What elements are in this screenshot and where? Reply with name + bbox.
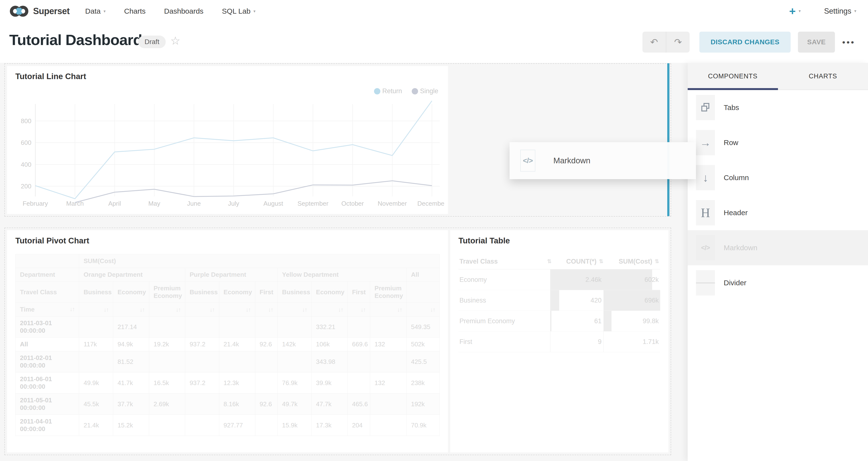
dashboard-row-1[interactable]: Tutorial Line Chart ReturnSingle 2004006… <box>4 63 671 217</box>
pivot-value-cell <box>370 394 407 415</box>
pivot-subcol-header: First <box>347 282 370 303</box>
pivot-value-cell: 15.2k <box>113 415 149 436</box>
builder-panel-tabs: COMPONENTS CHARTS <box>688 63 868 90</box>
favorite-star-icon[interactable]: ☆ <box>170 34 180 47</box>
svg-text:June: June <box>187 200 201 207</box>
pivot-value-cell: 19.2k <box>149 338 185 351</box>
sort-icon[interactable]: ⇅ <box>655 258 659 265</box>
sort-icon[interactable]: ↓↑ <box>104 306 108 313</box>
settings-label: Settings <box>824 7 851 16</box>
pivot-value-cell: 47.7k <box>311 394 347 415</box>
table-cell-sum: 1.71k <box>603 332 660 352</box>
pivot-subcol-header: Business <box>185 282 219 303</box>
sort-icon[interactable]: ⇅ <box>547 258 551 265</box>
legend-item-return[interactable]: Return <box>374 87 402 95</box>
pivot-sort-row: Time↓↑↓↑↓↑↓↑↓↑↓↑↓↑↓↑↓↑↓↑↓↑↓↑ <box>16 303 440 316</box>
pivot-group-header: Yellow Department <box>278 268 407 282</box>
nav-item-dashboards[interactable]: Dashboards <box>164 7 204 16</box>
sort-icon[interactable]: ↓↑ <box>210 306 215 313</box>
pivot-value-cell: 238k <box>406 372 439 394</box>
sort-icon[interactable]: ↓↑ <box>361 306 366 313</box>
pivot-value-cell <box>185 351 219 372</box>
top-navbar: Superset Data▾ChartsDashboardsSQL Lab▾ +… <box>0 0 868 22</box>
undo-button[interactable]: ↶ <box>643 32 666 53</box>
pivot-value-cell: 204 <box>347 415 370 436</box>
pivot-subcol-header: First <box>255 282 277 303</box>
sort-icon[interactable]: ↓↑ <box>268 306 273 313</box>
svg-text:200: 200 <box>21 183 31 190</box>
status-badge: Draft <box>138 35 166 48</box>
pivot-value-cell: 49.7k <box>278 394 311 415</box>
legend-item-single[interactable]: Single <box>412 87 438 95</box>
new-item-button[interactable]: + ▾ <box>789 7 801 16</box>
pivot-sort-cell: ↓↑ <box>185 303 219 316</box>
component-item-row[interactable]: →Row <box>688 125 868 160</box>
nav-item-label: SQL Lab <box>222 7 250 16</box>
drag-preview-markdown[interactable]: </> Markdown <box>509 142 696 179</box>
settings-menu[interactable]: Settings ▾ <box>824 7 856 16</box>
dashboard-row-2[interactable]: Tutorial Pivot Chart SUM(Cost)Department… <box>4 227 671 455</box>
tab-components[interactable]: COMPONENTS <box>688 63 778 90</box>
pivot-subcol-header: Economy <box>311 282 347 303</box>
component-item-divider[interactable]: Divider <box>688 265 868 300</box>
tab-charts[interactable]: CHARTS <box>778 63 868 90</box>
pivot-value-cell: 217.14 <box>113 316 149 338</box>
pivot-value-cell: 92.6 <box>255 394 277 415</box>
component-item-column[interactable]: ↓Column <box>688 160 868 195</box>
nav-item-charts[interactable]: Charts <box>124 7 146 16</box>
sort-icon[interactable]: ↓↑ <box>397 306 402 313</box>
nav-item-data[interactable]: Data▾ <box>85 7 105 16</box>
pivot-group-header: All <box>406 268 439 282</box>
table-cell-count: 61 <box>550 311 603 331</box>
header-icon: H <box>696 200 715 225</box>
pivot-metric-header: SUM(Cost) <box>79 254 440 268</box>
component-item-header[interactable]: HHeader <box>688 195 868 230</box>
sort-icon[interactable]: ⇅ <box>599 258 603 265</box>
pivot-value-cell: 76.9k <box>278 372 311 394</box>
redo-button[interactable]: ↷ <box>666 32 690 53</box>
sort-icon[interactable]: ↓↑ <box>176 306 181 313</box>
table-row: Business420696k <box>459 290 660 311</box>
pivot-chart-card[interactable]: Tutorial Pivot Chart SUM(Cost)Department… <box>7 230 448 453</box>
dashboard-canvas: Tutorial Line Chart ReturnSingle 2004006… <box>0 63 688 461</box>
pivot-value-cell <box>219 316 255 338</box>
pivot-value-cell <box>347 351 370 372</box>
component-item-markdown[interactable]: </>Markdown <box>688 230 868 265</box>
line-chart-card[interactable]: Tutorial Line Chart ReturnSingle 2004006… <box>7 66 448 214</box>
pivot-subcol-header: Business <box>278 282 311 303</box>
sort-icon[interactable]: ↓↑ <box>430 306 435 313</box>
svg-text:400: 400 <box>21 161 31 168</box>
pivot-value-cell: 37.7k <box>113 394 149 415</box>
superset-logo[interactable]: Superset <box>9 4 70 18</box>
pivot-value-cell <box>370 415 407 436</box>
discard-changes-button[interactable]: DISCARD CHANGES <box>700 32 790 53</box>
save-button[interactable]: SAVE <box>798 32 835 53</box>
dashboard-edit-page: Superset Data▾ChartsDashboardsSQL Lab▾ +… <box>0 0 868 461</box>
pivot-data-row: 2011-02-01 00:00:0081.52343.98425.5 <box>16 351 440 372</box>
pivot-value-cell: 16.5k <box>149 372 185 394</box>
table-column-header[interactable]: Travel Class⇅ <box>459 258 551 265</box>
svg-text:February: February <box>23 200 48 207</box>
page-title[interactable]: Tutorial Dashboard <box>9 31 142 49</box>
pivot-sort-cell: ↓↑ <box>113 303 149 316</box>
pivot-group-row: DepartmentOrange DepartmentPurple Depart… <box>16 268 440 282</box>
chart-title: Tutorial Pivot Chart <box>15 236 89 245</box>
more-options-button[interactable]: ••• <box>842 37 855 47</box>
pivot-subcol-header: Economy <box>113 282 149 303</box>
sort-icon[interactable]: ↓↑ <box>140 306 145 313</box>
sort-icon[interactable]: ↓↑ <box>70 306 74 312</box>
component-item-tabs[interactable]: Tabs <box>688 90 868 125</box>
sort-icon[interactable]: ↓↑ <box>246 306 251 313</box>
pivot-sort-cell: ↓↑ <box>278 303 311 316</box>
pivot-value-cell: 669.6 <box>347 338 370 351</box>
pivot-value-cell: 142k <box>278 338 311 351</box>
table-column-header[interactable]: COUNT(*)⇅ <box>551 258 603 265</box>
table-chart-card[interactable]: Tutorial Table Travel Class⇅COUNT(*)⇅SUM… <box>450 230 669 453</box>
table-column-header[interactable]: SUM(Cost)⇅ <box>603 258 660 265</box>
sort-icon[interactable]: ↓↑ <box>302 306 307 313</box>
divider-icon <box>696 270 715 296</box>
sort-icon[interactable]: ↓↑ <box>338 306 343 313</box>
header-controls: ↶ ↷ DISCARD CHANGES SAVE ••• <box>643 32 855 53</box>
nav-item-sql-lab[interactable]: SQL Lab▾ <box>222 7 255 16</box>
pivot-row-label: All <box>16 338 79 351</box>
